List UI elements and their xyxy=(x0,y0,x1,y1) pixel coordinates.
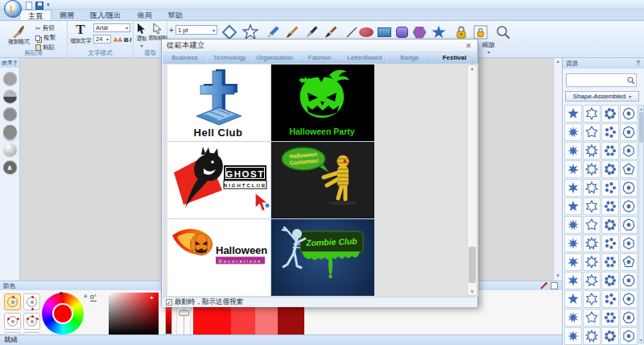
shape-swatch-6[interactable] xyxy=(583,123,601,141)
effect-style-flat[interactable] xyxy=(3,72,17,85)
shape-swatch-29[interactable] xyxy=(564,235,582,252)
template-halloween-decorations[interactable]: Halloween Decorations xyxy=(167,219,270,296)
shape-swatch-31[interactable] xyxy=(601,235,619,252)
shape-swatch-15[interactable] xyxy=(601,160,619,178)
cut-button[interactable]: ✂ 剪切 xyxy=(35,24,55,32)
scroll-up-icon[interactable]: ▴ xyxy=(556,58,559,64)
effect-style-glossy[interactable] xyxy=(3,143,17,156)
category-tab-technology[interactable]: Technology xyxy=(208,52,253,64)
ribbon-tab-3[interactable]: 匯入/匯出 xyxy=(82,10,130,20)
shape-swatch-2[interactable] xyxy=(583,105,601,123)
shape-swatch-5[interactable] xyxy=(564,123,582,141)
effect-style-plain[interactable] xyxy=(3,107,17,121)
shape-swatch-7[interactable] xyxy=(601,123,619,141)
resource-search-input[interactable] xyxy=(566,73,637,87)
ribbon-tab-1[interactable]: 主頁 xyxy=(19,10,52,20)
shape-swatch-27[interactable] xyxy=(601,216,619,234)
format-painter-button[interactable]: 複製格式 xyxy=(3,23,34,47)
scrollbar-thumb[interactable] xyxy=(639,112,643,143)
shape-swatch-11[interactable] xyxy=(601,142,619,160)
shape-swatch-3[interactable] xyxy=(601,105,619,123)
font-family-select[interactable]: Arial ▾ xyxy=(93,23,130,32)
shape-swatch-41[interactable] xyxy=(564,290,582,308)
category-tab-letterbased[interactable]: LetterBased xyxy=(342,52,387,64)
slider-handle[interactable] xyxy=(179,310,189,316)
select-tool-button[interactable]: 選取 ▾ xyxy=(134,23,149,49)
startup-checkbox[interactable]: ✓ xyxy=(166,299,172,306)
new-document-icon[interactable] xyxy=(26,2,32,10)
effect-style-shadow[interactable] xyxy=(3,125,17,139)
stroke-width-select[interactable]: 1 pt ▾ xyxy=(175,25,217,35)
category-tab-badge[interactable]: Badge xyxy=(387,52,432,64)
category-tab-organization[interactable]: Organization xyxy=(253,52,298,64)
bold-button[interactable]: B xyxy=(124,36,129,44)
category-tab-festival[interactable]: Festival xyxy=(432,52,477,64)
shape-swatch-12[interactable] xyxy=(620,142,638,160)
shape-swatch-10[interactable] xyxy=(583,142,601,160)
hue-marker[interactable] xyxy=(60,292,63,295)
zoom-tool[interactable] xyxy=(494,23,512,41)
shape-swatch-28[interactable] xyxy=(620,216,638,234)
shape-swatch-33[interactable] xyxy=(564,253,582,271)
shape-swatch-45[interactable] xyxy=(564,309,582,326)
effect-style-arrow[interactable]: ∧ xyxy=(3,160,17,174)
scroll-up-icon[interactable]: ▴ xyxy=(471,65,474,71)
app-orb-button[interactable]: L xyxy=(4,0,22,18)
harmony-mode-2[interactable] xyxy=(23,293,40,310)
pin-icon[interactable] xyxy=(13,60,18,67)
shape-swatch-17[interactable] xyxy=(564,179,582,197)
ribbon-tab-4[interactable]: 佈局 xyxy=(130,10,160,20)
ribbon-tab-5[interactable]: 幫助 xyxy=(160,10,191,20)
shape-swatch-23[interactable] xyxy=(601,197,619,215)
harmony-mode-4[interactable] xyxy=(23,313,40,330)
scroll-down-icon[interactable]: ▾ xyxy=(639,337,643,343)
shape-swatch-26[interactable] xyxy=(583,216,601,234)
color-picker-pen-icon[interactable] xyxy=(539,281,548,290)
copy-button[interactable]: 複製 xyxy=(35,34,56,42)
template-halloween-costumes[interactable]: Halloween Costumes! xyxy=(271,142,374,218)
save-icon[interactable] xyxy=(35,2,43,10)
shape-swatch-30[interactable] xyxy=(583,235,601,252)
shape-swatch-19[interactable] xyxy=(601,179,619,197)
harmony-mode-1[interactable] xyxy=(4,293,21,310)
add-text-button[interactable]: T 增加文字 xyxy=(69,22,92,46)
shape-swatch-42[interactable] xyxy=(583,290,601,308)
shape-swatch-4[interactable] xyxy=(620,105,638,123)
shape-swatch-14[interactable] xyxy=(583,160,601,178)
quick-access-caret-icon[interactable]: ▾ xyxy=(47,2,50,8)
shape-swatch-25[interactable] xyxy=(564,216,582,234)
shape-swatch-49[interactable] xyxy=(564,327,582,345)
ribbon-tab-2[interactable]: 圖層 xyxy=(52,10,82,20)
shape-swatch-37[interactable] xyxy=(564,272,582,289)
category-tab-fashion[interactable]: Fashion xyxy=(298,52,343,64)
shape-swatch-40[interactable] xyxy=(620,272,638,289)
shape-swatch-24[interactable] xyxy=(620,197,638,215)
shape-swatch-18[interactable] xyxy=(583,179,601,197)
scroll-down-icon[interactable]: ▾ xyxy=(468,289,477,295)
template-hell-club[interactable]: Hell Club xyxy=(167,64,270,141)
shape-swatch-47[interactable] xyxy=(601,309,619,326)
harmony-mode-3[interactable] xyxy=(4,313,21,330)
shape-swatch-20[interactable] xyxy=(620,179,638,197)
shape-swatch-39[interactable] xyxy=(601,272,619,289)
scrollbar-thumb[interactable] xyxy=(469,247,476,283)
shape-swatch-9[interactable] xyxy=(564,142,582,160)
shape-swatch-8[interactable] xyxy=(620,123,638,141)
pin-icon[interactable] xyxy=(636,60,641,67)
shape-swatch-48[interactable] xyxy=(620,309,638,326)
hue-angle-value[interactable]: 0° xyxy=(90,293,97,301)
shape-swatch-52[interactable] xyxy=(620,327,638,345)
shape-swatch-16[interactable] xyxy=(620,160,638,178)
dialog-close-button[interactable]: ✕ xyxy=(463,41,474,51)
effect-style-half-dark[interactable] xyxy=(3,89,17,103)
resources-scrollbar[interactable]: ▴ ▾ xyxy=(638,105,644,343)
shape-swatch-43[interactable] xyxy=(601,290,619,308)
no-fill-swatch[interactable] xyxy=(551,282,558,289)
shape-swatch-21[interactable] xyxy=(564,197,582,215)
shape-swatch-1[interactable] xyxy=(564,105,582,123)
shape-category-dropdown[interactable]: Shape-Assembled ▾ xyxy=(565,91,639,102)
shape-swatch-22[interactable] xyxy=(583,197,601,215)
shape-swatch-35[interactable] xyxy=(601,253,619,271)
shape-swatch-34[interactable] xyxy=(583,253,601,271)
shape-swatch-50[interactable] xyxy=(583,327,601,345)
